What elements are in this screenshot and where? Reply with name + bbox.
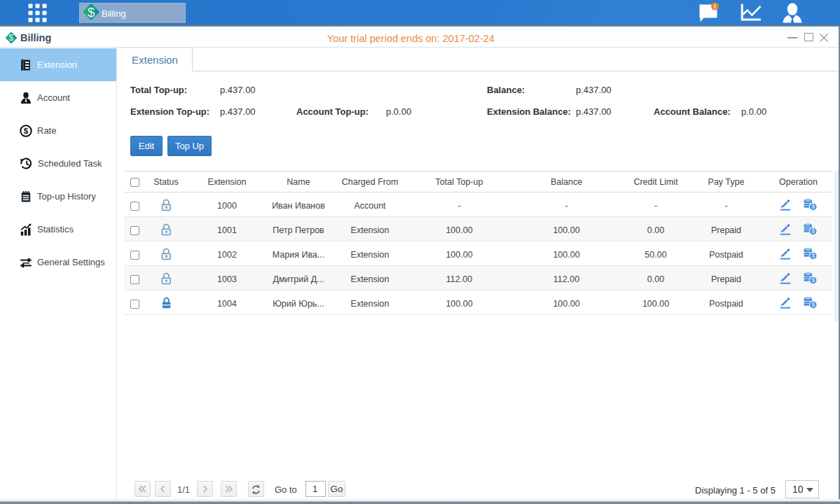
svg-text:$: $ (88, 5, 95, 20)
svg-text:$: $ (9, 33, 14, 43)
svg-text:!: ! (714, 3, 716, 10)
svg-text:$: $ (24, 127, 29, 135)
